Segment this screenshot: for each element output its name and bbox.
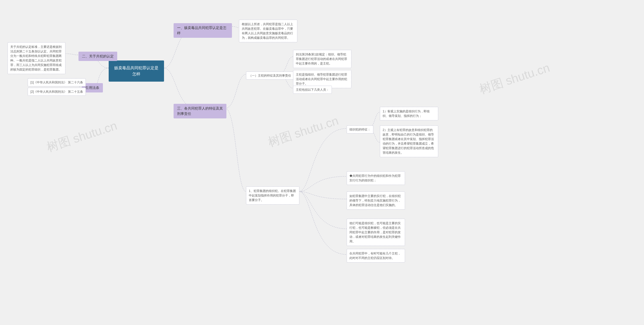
watermark: 树图 shutu.cn [266,113,340,151]
leaf-sub1-item3[interactable]: 主犯包括以下几类人员： [293,86,332,94]
sub1-item3: 主犯包括以下几类人员： [296,88,329,91]
node-org-label[interactable]: 组织犯的特征： [347,125,373,134]
section1-text: 根据以上所述，共同犯罪是指二人以上共同故意犯罪。在贩卖毒品罪中，只要有两人以上共… [242,22,293,40]
branch-section3[interactable]: 三、各共同犯罪人的特征及其刑事责任 [174,104,226,118]
section2-text: 关于共犯的认定标准，主要还是根据刑法总则第二十五条加以认定。共同犯罪分为一般共犯… [10,45,62,71]
tail2: 如犯罪集团中主要的实行犯，在组织犯的领导下，特别卖力地实施犯罪行为，具体的犯罪活… [349,194,401,207]
leaf-tail2[interactable]: 如犯罪集团中主要的实行犯，在组织犯的领导下，特别卖力地实施犯罪行为，具体的犯罪活… [347,191,405,210]
leaf-section2-text[interactable]: 关于共犯的认定标准，主要还是根据刑法总则第二十五条加以认定。共同犯罪分为一般共犯… [8,42,65,74]
sub1-label: （一）主犯的特征及其刑事责任 [249,74,291,77]
leaf-ref-1[interactable]: [1]《中华人民共和国刑法》 第二十六条 [28,78,86,86]
org-label: 组织犯的特征： [349,128,371,131]
leaf-tail4[interactable]: 在共同犯罪中，有时可能有几个主犯，此时对不同的主犯仍应区别对待。 [347,249,405,263]
leaf-sub1-item1[interactable]: 刑法第26条第1款规定：组织、领导犯罪集团进行犯罪活动的或者在共同犯罪中起主要作… [293,50,351,68]
connectors [0,0,644,325]
leaf-section1-text[interactable]: 根据以上所述，共同犯罪是指二人以上共同故意犯罪。在贩卖毒品罪中，只要有两人以上共… [239,20,297,42]
tail1: ◆共同犯罪行为中的组织犯和作为犯罪实行行为的组织犯； [349,174,401,182]
branch-section2-real[interactable]: 二、关于共犯的认定 [78,52,117,61]
section1-label: 一、贩卖毒品共同犯罪认定是怎样 [177,26,226,35]
section3-label: 三、各共同犯罪人的特征及其刑事责任 [177,106,223,116]
sub1-item2: 主犯是指组织、领导犯罪集团进行犯罪活动或者在共同犯罪中起主要作用的犯罪分子。 [296,73,347,85]
watermark: 树图 shutu.cn [477,60,552,98]
watermark: 树图 shutu.cn [45,118,119,156]
node-sub1[interactable]: （一）主犯的特征及其刑事责任 [246,72,294,80]
ref-1-text: [1]《中华人民共和国刑法》 第二十六条 [30,81,83,84]
leaf-org-item1[interactable]: 1）客观上实施的是组织行为，即组织、领导策划、指挥的行为； [380,107,438,120]
sub2-label: 1、犯罪集团的组织犯。在犯罪集团中起策划指挥作用的犯罪分子，即首要分子。 [249,189,296,202]
leaf-tail3[interactable]: 他们可能是组织犯，也可能是主要的实行犯，也可能是教唆犯，但必须是在共同犯罪中起主… [347,219,405,246]
section2-label: 二、关于共犯的认定 [82,54,114,58]
org-item1: 1）客观上实施的是组织行为，即组织、领导策划、指挥的行为； [383,110,430,118]
sub1-item1: 刑法第26条第1款规定：组织、领导犯罪集团进行犯罪活动的或者在共同犯罪中起主要作… [296,53,347,65]
root-node[interactable]: 贩卖毒品共同犯罪认定是怎样 [109,60,164,82]
leaf-tail1[interactable]: ◆共同犯罪行为中的组织犯和作为犯罪实行行为的组织犯； [347,171,405,185]
tail3: 他们可能是组织犯，也可能是主要的实行犯，也可能是教唆犯，但必须是在共同犯罪中起主… [349,221,401,243]
tail4: 在共同犯罪中，有时可能有几个主犯，此时对不同的主犯仍应区别对待。 [349,252,401,260]
root-title: 贩卖毒品共同犯罪认定是怎样 [114,66,158,76]
refs-label: 引用法条 [85,86,99,90]
branch-section1[interactable]: 一、贩卖毒品共同犯罪认定是怎样 [174,23,232,38]
ref-2-text: [2]《中华人民共和国刑法》 第二十五条 [30,90,83,93]
org-item2: 2）主观上有犯罪的故意和组织犯罪的故意，即明知自己的行为是组织、领导犯罪集团或者… [383,128,434,154]
leaf-org-item2[interactable]: 2）主观上有犯罪的故意和组织犯罪的故意，即明知自己的行为是组织、领导犯罪集团或者… [380,125,438,157]
leaf-ref-2[interactable]: [2]《中华人民共和国刑法》 第二十五条 [28,88,86,96]
node-sub2[interactable]: 1、犯罪集团的组织犯。在犯罪集团中起策划指挥作用的犯罪分子，即首要分子。 [246,186,299,205]
